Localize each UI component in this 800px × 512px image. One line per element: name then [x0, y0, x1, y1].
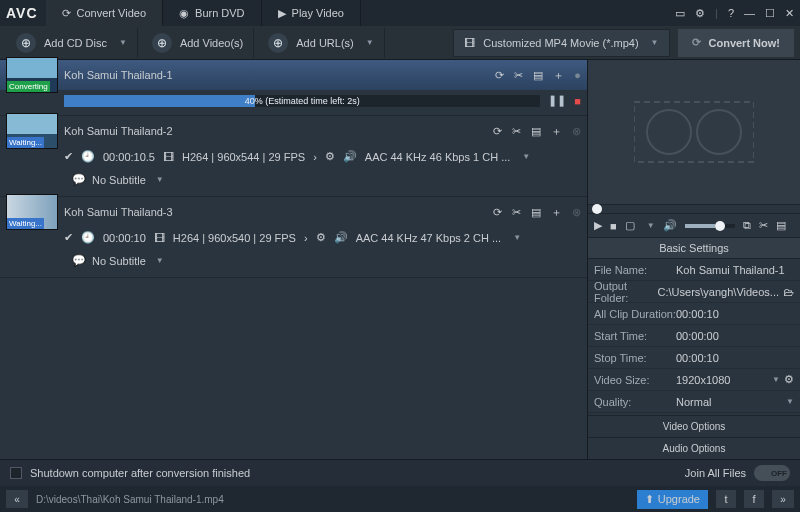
upgrade-label: Upgrade: [658, 493, 700, 505]
refresh-icon[interactable]: ⟳: [493, 125, 502, 138]
volume-icon[interactable]: 🔊: [663, 219, 677, 232]
gear-icon[interactable]: ⚙: [325, 150, 335, 163]
file-name-value[interactable]: Koh Samui Thailand-1: [676, 264, 794, 276]
duration-value: 00:00:10: [103, 232, 146, 244]
svg-point-2: [697, 110, 741, 154]
cut-icon[interactable]: ✂: [512, 125, 521, 138]
settings-icon[interactable]: ⚙: [695, 7, 705, 20]
check-icon[interactable]: ✔: [64, 231, 73, 244]
refresh-icon[interactable]: ⟳: [493, 206, 502, 219]
audio-options-button[interactable]: Audio Options: [588, 437, 800, 459]
refresh-icon[interactable]: ⟳: [495, 69, 504, 82]
remove-icon[interactable]: ⊗: [572, 206, 581, 219]
edit-icon[interactable]: ▤: [531, 125, 541, 138]
list-item[interactable]: Converting Koh Samui Thailand-1 ⟳ ✂ ▤ ＋ …: [0, 60, 587, 116]
disc-icon: ◉: [179, 7, 189, 20]
quality-dropdown[interactable]: Normal▼: [676, 396, 794, 408]
output-folder-value[interactable]: C:\Users\yangh\Videos...🗁: [658, 286, 794, 298]
list-item[interactable]: Waiting... Koh Samui Thailand-3 ⟳ ✂ ▤ ＋ …: [0, 197, 587, 278]
remove-icon[interactable]: ●: [574, 69, 581, 81]
volume-slider[interactable]: [685, 224, 735, 228]
refresh-icon: ⟳: [62, 7, 71, 20]
output-profile-dropdown[interactable]: 🎞 Customized MP4 Movie (*.mp4) ▼: [453, 29, 669, 57]
divider: |: [715, 7, 718, 19]
shutdown-checkbox[interactable]: [10, 467, 22, 479]
subtitle-dropdown[interactable]: 💬 No Subtitle ▼: [64, 171, 172, 188]
label: Output Folder:: [594, 280, 658, 304]
add-videos-button[interactable]: ⊕ Add Video(s): [142, 28, 254, 58]
prev-button[interactable]: «: [6, 490, 28, 508]
cut-icon[interactable]: ✂: [512, 206, 521, 219]
help-icon[interactable]: ?: [728, 7, 734, 19]
chevron-down-icon[interactable]: ▼: [522, 152, 530, 161]
list-item[interactable]: Waiting... Koh Samui Thailand-2 ⟳ ✂ ▤ ＋ …: [0, 116, 587, 197]
stop-icon[interactable]: ■: [610, 220, 617, 232]
speaker-icon: 🔊: [343, 150, 357, 163]
label: Quality:: [594, 396, 676, 408]
edit-icon[interactable]: ▤: [531, 206, 541, 219]
window-icon[interactable]: ▭: [675, 7, 685, 20]
edit-icon[interactable]: ▤: [776, 219, 786, 232]
edit-icon[interactable]: ▤: [533, 69, 543, 82]
add-icon[interactable]: ＋: [553, 68, 564, 83]
join-files-toggle[interactable]: OFF: [754, 465, 790, 481]
label: Video Size:: [594, 374, 676, 386]
next-button[interactable]: »: [772, 490, 794, 508]
add-icon[interactable]: ＋: [551, 124, 562, 139]
button-label: Add Video(s): [180, 37, 243, 49]
tab-burn-dvd[interactable]: ◉ Burn DVD: [163, 0, 262, 26]
add-cd-disc-button[interactable]: ⊕ Add CD Disc ▼: [6, 28, 138, 58]
video-options-button[interactable]: Video Options: [588, 415, 800, 437]
maximize-icon[interactable]: ☐: [765, 7, 775, 20]
expand-icon[interactable]: ›: [304, 232, 308, 244]
label: Start Time:: [594, 330, 676, 342]
svg-rect-0: [634, 102, 754, 162]
minimize-icon[interactable]: —: [744, 7, 755, 19]
globe-plus-icon: ⊕: [268, 33, 288, 53]
disc-plus-icon: ⊕: [16, 33, 36, 53]
upgrade-button[interactable]: ⬆Upgrade: [637, 490, 708, 509]
chevron-down-icon[interactable]: ▼: [513, 233, 521, 242]
film-icon: 🎞: [154, 232, 165, 244]
link-icon[interactable]: ⧉: [743, 219, 751, 232]
folder-path: C:\Users\yangh\Videos...: [658, 286, 779, 298]
seek-knob[interactable]: [592, 204, 602, 214]
cut-icon[interactable]: ✂: [759, 219, 768, 232]
chevron-down-icon: ▼: [366, 38, 374, 47]
tab-label: Play Video: [292, 7, 344, 19]
check-icon[interactable]: ✔: [64, 150, 73, 163]
add-urls-button[interactable]: ⊕ Add URL(s) ▼: [258, 28, 384, 58]
duration-value: 00:00:10.5: [103, 151, 155, 163]
tab-convert-video[interactable]: ⟳ Convert Video: [46, 0, 164, 26]
subtitle-dropdown[interactable]: 💬 No Subtitle ▼: [64, 252, 172, 269]
video-size-dropdown[interactable]: 1920x1080▼⚙: [676, 373, 794, 386]
play-icon[interactable]: ▶: [594, 219, 602, 232]
chevron-down-icon[interactable]: ▼: [647, 221, 655, 230]
expand-icon[interactable]: ›: [313, 151, 317, 163]
pause-icon[interactable]: ❚❚: [548, 94, 566, 107]
snapshot-icon[interactable]: ▢: [625, 219, 635, 232]
tab-label: Burn DVD: [195, 7, 245, 19]
gear-icon[interactable]: ⚙: [784, 373, 794, 386]
gear-icon[interactable]: ⚙: [316, 231, 326, 244]
start-time-value[interactable]: 00:00:00: [676, 330, 794, 342]
facebook-icon[interactable]: f: [744, 490, 764, 508]
speaker-icon: 🔊: [334, 231, 348, 244]
film-icon: 🎞: [464, 37, 475, 49]
clock-icon: 🕘: [81, 150, 95, 163]
convert-now-button[interactable]: ⟳ Convert Now!: [678, 29, 795, 57]
close-icon[interactable]: ✕: [785, 7, 794, 20]
add-icon[interactable]: ＋: [551, 205, 562, 220]
twitter-icon[interactable]: t: [716, 490, 736, 508]
cut-icon[interactable]: ✂: [514, 69, 523, 82]
stop-icon[interactable]: ■: [574, 95, 581, 107]
file-title: Koh Samui Thailand-3: [64, 206, 487, 218]
seek-bar[interactable]: [588, 204, 800, 214]
subtitle-icon: 💬: [72, 173, 86, 186]
folder-icon[interactable]: 🗁: [783, 286, 794, 298]
tab-play-video[interactable]: ▶ Play Video: [262, 0, 361, 26]
stop-time-value[interactable]: 00:00:10: [676, 352, 794, 364]
file-title: Koh Samui Thailand-2: [64, 125, 487, 137]
remove-icon[interactable]: ⊗: [572, 125, 581, 138]
size-value: 1920x1080: [676, 374, 730, 386]
